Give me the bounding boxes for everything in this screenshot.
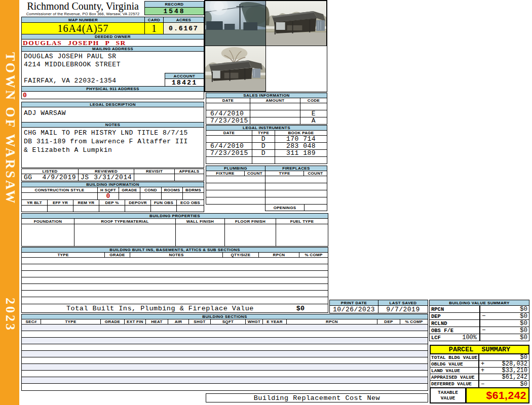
taxable-value-label: TAXABLE VALUE: [430, 387, 466, 403]
hsqft-value: 0: [97, 192, 119, 200]
record-number: 1548: [144, 7, 204, 15]
listed-value: GG 4/9/2019: [21, 174, 79, 181]
notes-block: CHG MAIL TO PER HISTRY LND TITLE 8/7/15 …: [21, 127, 204, 168]
amount: $61,242: [502, 374, 527, 381]
roof-type-value: [74, 224, 176, 247]
sale-date: 6/4/2010: [206, 110, 250, 117]
wall-finish-value: [175, 224, 225, 247]
bvs-lcf-amount: $0: [520, 334, 527, 341]
bvs-rclnd-value: $0: [479, 319, 529, 327]
building-section-empty-row: [21, 357, 428, 364]
revisit-value: [134, 174, 175, 181]
legal-instrument-row: 6/4/2010 D 283 048: [206, 142, 327, 150]
funobs-value: [150, 205, 177, 212]
mailing-line: 4214 MIDDLEBROOK STREET: [24, 61, 204, 69]
appraised-value: $61,242: [478, 374, 529, 381]
fireplace-cell: [265, 176, 327, 183]
physical-address-value: 0: [22, 92, 27, 99]
fireplace-cell: [265, 183, 327, 190]
total-bldg-value: $0: [478, 354, 529, 361]
built-ins-empty-row: [21, 257, 328, 264]
plus-operator: +: [481, 367, 484, 374]
sale-code: E: [300, 110, 327, 117]
sidebar-town-label: TOWN OF WARSAW: [3, 52, 18, 206]
ecoobs-value: [176, 205, 204, 212]
floor-finish-value: [224, 224, 276, 247]
listed-by: GG: [24, 174, 32, 181]
effyr-value: [47, 205, 73, 212]
building-replacement-cost-row: Building Replacement Cost New: [206, 393, 428, 402]
built-ins-empty-row: [21, 297, 328, 304]
yrblt-value: [21, 205, 48, 212]
sale-code: A: [300, 117, 327, 125]
amount: $28,032: [502, 360, 527, 368]
plumbing-cell: [206, 176, 265, 183]
bvs-lcf-percent: 100%: [462, 334, 477, 341]
parcel-summary-row: OBLDG VALUE + $28,032: [430, 360, 529, 368]
sale-amount: [250, 110, 300, 117]
bvs-row-rclnd: RCLND $0: [429, 319, 529, 327]
appraised-value-label: APPRAISED VALUE: [430, 374, 479, 381]
deferred-value-label: DEFERRED VALUE: [430, 380, 479, 388]
instrument-date: 7/23/2015: [206, 149, 252, 157]
building-information-values1: 0: [21, 192, 204, 200]
building-section-empty-row: [21, 363, 428, 371]
map-value-row: 16A4(A)57 1 0.6167: [21, 22, 204, 34]
sidebar-year-label: 2023: [3, 298, 18, 332]
bvs-lcf-label-cell: LCF 100%: [429, 334, 480, 341]
building-section-empty-row: [21, 377, 428, 384]
mailing-line: DOUGLAS JOSEPH PAUL SR: [24, 53, 204, 61]
bvs-row-dep: DEP − $0: [429, 312, 529, 320]
sales-row: 6/4/2010 E: [206, 110, 327, 117]
fireplace-cell: [265, 197, 327, 205]
instrument-date: [206, 135, 252, 143]
construction-style-value: [21, 192, 98, 200]
built-ins-empty-row: [21, 284, 328, 291]
minus-operator: −: [482, 327, 486, 334]
bvs-obs-value: − $0: [479, 327, 529, 334]
bdrms-value: [182, 192, 204, 200]
sale-amount: [250, 103, 300, 110]
bvs-dep-amount: $0: [520, 313, 527, 320]
deeded-owner-row: DOUGLAS JOSEPH P SR: [21, 39, 204, 47]
sales-row: 7/23/2015 A: [206, 117, 327, 125]
building-section-empty-row: [21, 344, 428, 351]
remyr-value: [73, 205, 99, 212]
built-ins-total-row: Total Built Ins, Plumbing & Fireplace Va…: [21, 304, 328, 313]
parcel-summary-row: APPRAISED VALUE $61,242: [430, 374, 529, 381]
parcel-summary-row: LAND VALUE + $33,210: [430, 367, 529, 374]
last-saved-value: 9/7/2019: [378, 305, 428, 313]
commissioner-line: Commissioner of the Revenue, PO Box 366,…: [21, 12, 144, 16]
plumbing-fireplace-row: [206, 197, 327, 205]
bvs-rpcn-amount: $0: [520, 306, 527, 313]
property-photo-3[interactable]: [205, 46, 266, 92]
total-bldg-value-label: TOTAL BLDG VALUE: [430, 354, 479, 361]
property-photo-2[interactable]: [265, 1, 327, 46]
bvs-lcf-value: $0: [479, 334, 529, 341]
notes-line: & Elizabeth A Lumpkin: [24, 146, 204, 154]
review-value-row: GG 4/9/2019 JS 3/31/2014: [21, 174, 204, 181]
fuel-type-value: [276, 224, 328, 247]
bvs-rclnd-amount: $0: [520, 320, 527, 327]
acres-value: 0.6167: [163, 22, 204, 34]
parcel-summary-row: DEFERRED VALUE − $0: [430, 380, 529, 388]
land-value-label: LAND VALUE: [430, 367, 479, 374]
map-number-value: 16A4(A)57: [21, 22, 145, 34]
building-section-empty-row: [21, 331, 428, 338]
instrument-type: D: [252, 149, 275, 157]
built-ins-total-value: $0: [296, 305, 305, 312]
building-section-empty-row: [21, 370, 428, 377]
bvs-row-obs: OBS F/E − $0: [429, 327, 529, 334]
reviewed-by: JS: [81, 174, 89, 181]
foundation-value: [21, 224, 74, 247]
property-photo-1[interactable]: [205, 1, 266, 46]
reviewed-date: 3/31/2014: [94, 174, 132, 181]
built-ins-empty-row: [21, 277, 328, 284]
instrument-bookpage: 311 189: [275, 149, 327, 157]
legal-instrument-row: [206, 156, 327, 164]
account-number: 18421: [165, 78, 204, 87]
cond-value: [140, 192, 162, 200]
plus-operator: +: [481, 360, 484, 368]
deferred-value: − $0: [478, 380, 529, 388]
sale-date: [206, 103, 250, 110]
